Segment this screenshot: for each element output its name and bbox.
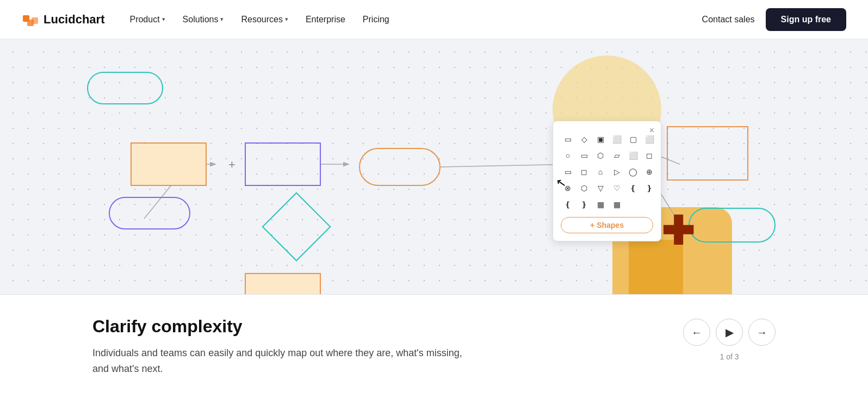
shape-item-25[interactable]: ❴ bbox=[561, 197, 575, 212]
bottom-left: Clarify complexity Individuals and teams… bbox=[92, 316, 473, 377]
logo-text: Lucidchart bbox=[44, 13, 104, 27]
shape-item-10[interactable]: ▱ bbox=[610, 148, 624, 163]
shapes-button[interactable]: + Shapes bbox=[561, 217, 653, 233]
section-description: Individuals and teams can easily and qui… bbox=[92, 345, 473, 377]
nav-left: Lucidchart Product ▾ Solutions ▾ Resourc… bbox=[22, 10, 397, 29]
nav-solutions[interactable]: Solutions ▾ bbox=[175, 10, 232, 29]
contact-sales-link[interactable]: Contact sales bbox=[702, 15, 755, 24]
shape-item-7[interactable]: ○ bbox=[561, 148, 575, 163]
shape-item-8[interactable]: ▭ bbox=[577, 148, 591, 163]
logo-icon bbox=[22, 11, 39, 28]
shape-orange-rect bbox=[131, 142, 207, 186]
shape-orange-oval bbox=[359, 148, 441, 186]
shape-picker-grid: ▭ ◇ ▣ ⬜ ▢ ⬜ ○ ▭ ⬡ ▱ ⬜ ◻ ▭ ◻ ⌂ ▷ ◯ ⊕ ⊗ ⬡ bbox=[561, 132, 653, 212]
bottom-right: ← ▶ → 1 of 3 bbox=[683, 316, 776, 361]
navbar: Lucidchart Product ▾ Solutions ▾ Resourc… bbox=[0, 0, 868, 39]
shape-item-22[interactable]: ♡ bbox=[610, 181, 624, 195]
plus-connector-icon: + bbox=[228, 158, 235, 172]
diagram-inner: + ✚ × ▭ ◇ ▣ ⬜ ▢ ⬜ ○ ▭ ⬡ ▱ ⬜ ◻ ▭ ◻ ⌂ ▷ bbox=[0, 39, 868, 294]
logo[interactable]: Lucidchart bbox=[22, 11, 104, 28]
product-chevron-icon: ▾ bbox=[162, 16, 165, 23]
shape-item-21[interactable]: ▽ bbox=[593, 181, 607, 195]
diagram-container: + ✚ × ▭ ◇ ▣ ⬜ ▢ ⬜ ○ ▭ ⬡ ▱ ⬜ ◻ ▭ ◻ ⌂ ▷ bbox=[0, 39, 868, 295]
carousel-play-button[interactable]: ▶ bbox=[716, 319, 743, 346]
nav-resources[interactable]: Resources ▾ bbox=[233, 10, 295, 29]
shape-item-3[interactable]: ▣ bbox=[593, 132, 607, 146]
shape-item-26[interactable]: ❵ bbox=[577, 197, 591, 212]
carousel-next-button[interactable]: → bbox=[748, 319, 776, 346]
shape-item-1[interactable]: ▭ bbox=[561, 132, 575, 146]
shape-teal-diamond bbox=[262, 192, 331, 261]
shape-item-18[interactable]: ⊕ bbox=[642, 165, 656, 179]
shape-item-23[interactable]: ❴ bbox=[626, 181, 640, 195]
shape-item-11[interactable]: ⬜ bbox=[626, 148, 640, 163]
nav-product[interactable]: Product ▾ bbox=[122, 10, 172, 29]
shape-picker-close-button[interactable]: × bbox=[649, 126, 654, 135]
shape-item-24[interactable]: ❵ bbox=[642, 181, 656, 195]
svg-rect-2 bbox=[27, 20, 34, 26]
shape-item-17[interactable]: ◯ bbox=[626, 165, 640, 179]
big-plus-icon: ✚ bbox=[661, 212, 694, 251]
nav-right: Contact sales Sign up free bbox=[702, 8, 846, 31]
shape-item-27[interactable]: ▦ bbox=[593, 197, 607, 212]
nav-enterprise[interactable]: Enterprise bbox=[298, 10, 353, 29]
shape-item-16[interactable]: ▷ bbox=[610, 165, 624, 179]
solutions-chevron-icon: ▾ bbox=[220, 16, 224, 23]
svg-line-7 bbox=[441, 164, 571, 167]
shape-orange-rect-right bbox=[667, 126, 748, 181]
carousel-prev-button[interactable]: ← bbox=[683, 319, 710, 346]
shape-item-4[interactable]: ⬜ bbox=[610, 132, 624, 146]
carousel-controls: ← ▶ → bbox=[683, 319, 776, 346]
shape-item-9[interactable]: ⬡ bbox=[593, 148, 607, 163]
shape-item-20[interactable]: ⬡ bbox=[577, 181, 591, 195]
shape-purple-pill bbox=[109, 197, 190, 229]
signup-button[interactable]: Sign up free bbox=[766, 8, 846, 31]
shape-teal-pill-right bbox=[689, 208, 776, 243]
shape-orange-rect-bottom bbox=[245, 273, 321, 295]
shape-blue-rect bbox=[245, 142, 321, 186]
nav-pricing[interactable]: Pricing bbox=[355, 10, 397, 29]
nav-links: Product ▾ Solutions ▾ Resources ▾ Enterp… bbox=[122, 10, 396, 29]
shape-teal-pill-top bbox=[87, 72, 163, 104]
shape-item-14[interactable]: ◻ bbox=[577, 165, 591, 179]
shape-item-28[interactable]: ▦ bbox=[610, 197, 624, 212]
shape-item-15[interactable]: ⌂ bbox=[593, 165, 607, 179]
shape-picker-panel: × ▭ ◇ ▣ ⬜ ▢ ⬜ ○ ▭ ⬡ ▱ ⬜ ◻ ▭ ◻ ⌂ ▷ ◯ ⊕ ⊗ bbox=[553, 121, 661, 241]
bottom-section: Clarify complexity Individuals and teams… bbox=[0, 295, 868, 393]
shape-item-12[interactable]: ◻ bbox=[642, 148, 656, 163]
shape-item-2[interactable]: ◇ bbox=[577, 132, 591, 146]
section-title: Clarify complexity bbox=[92, 316, 473, 337]
shape-item-5[interactable]: ▢ bbox=[626, 132, 640, 146]
resources-chevron-icon: ▾ bbox=[285, 16, 288, 23]
carousel-count: 1 of 3 bbox=[720, 352, 739, 361]
